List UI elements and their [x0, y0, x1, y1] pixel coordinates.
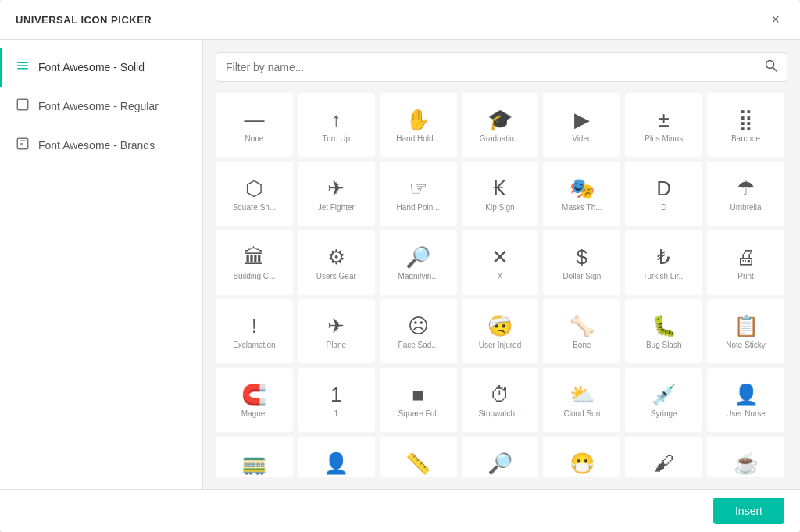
icon-cell[interactable]: ✈Jet Fighter	[298, 162, 375, 226]
icon-cell[interactable]: ▶Video	[543, 93, 620, 157]
icon-cell[interactable]: 11	[298, 368, 375, 432]
sidebar-icon-solid	[15, 59, 30, 76]
icon-label: Magnet	[241, 409, 267, 419]
icon-cell[interactable]: 🚃Train Tram	[216, 437, 293, 477]
universal-icon-picker-dialog: UNIVERSAL ICON PICKER × Font Awesome - S…	[0, 0, 800, 532]
search-button[interactable]	[765, 59, 777, 75]
icon-label: Turkish Lir...	[643, 272, 685, 281]
sidebar-item-solid[interactable]: Font Awesome - Solid	[0, 48, 202, 87]
icon-cell[interactable]: ⣿Barcode	[707, 93, 784, 157]
icon-cell[interactable]: 🤕User Injured	[462, 299, 539, 363]
icon-cell[interactable]: 🔎Magnifyin...	[380, 230, 457, 295]
icon-symbol: ⚙	[327, 247, 345, 267]
icon-symbol: ±	[659, 109, 670, 130]
icon-label: Graduatio...	[480, 134, 520, 144]
dialog-header: UNIVERSAL ICON PICKER ×	[0, 0, 800, 40]
icon-symbol: 🖨	[736, 247, 756, 267]
icon-symbol: ▶	[574, 109, 590, 130]
search-bar	[216, 52, 788, 82]
icon-cell[interactable]: 🖌Brush	[625, 437, 702, 477]
icon-cell[interactable]: 🎭Masks Th...	[543, 162, 620, 226]
icon-cell[interactable]: $Dollar Sign	[543, 230, 620, 295]
icon-cell[interactable]: ⚙Users Gear	[298, 230, 375, 295]
icon-label: Hand Hold...	[396, 134, 440, 144]
close-button[interactable]: ×	[766, 11, 784, 28]
icon-label: User Nurse	[726, 409, 766, 419]
icon-cell[interactable]: ₭Kip Sign	[462, 162, 539, 226]
icon-label: None	[245, 134, 263, 144]
icon-label: Dollar Sign	[562, 272, 601, 281]
icon-cell[interactable]: ₺Turkish Lir...	[625, 230, 702, 295]
icon-label: Turn Up	[322, 134, 350, 144]
icon-cell[interactable]: ±Plus Minus	[625, 93, 702, 157]
icon-label: Face Sad...	[398, 341, 438, 350]
icon-cell[interactable]: ⛅Cloud Sun	[543, 368, 620, 432]
icon-symbol: ✕	[491, 247, 509, 267]
icon-cell[interactable]: 👤User Large	[298, 437, 375, 477]
icon-cell[interactable]: 🦴Bone	[543, 299, 620, 363]
icon-label: Jet Fighter	[318, 203, 355, 212]
icon-cell[interactable]: DD	[625, 162, 702, 226]
icon-symbol: ☕	[734, 453, 759, 473]
icon-label: Stopwatch...	[478, 409, 521, 419]
icon-cell[interactable]: 🖨Print	[707, 230, 784, 295]
icon-symbol: 🏛	[244, 247, 264, 267]
icon-label: Building C...	[233, 272, 275, 281]
icon-cell[interactable]: —None	[216, 93, 293, 157]
icon-grid-wrapper: —None↑Turn Up✋Hand Hold...🎓Graduatio...▶…	[216, 93, 788, 477]
icon-symbol: $	[577, 247, 588, 267]
icon-label: 1	[334, 409, 338, 419]
icon-cell[interactable]: 🏛Building C...	[216, 230, 293, 295]
icon-cell[interactable]: ✕X	[462, 230, 539, 295]
main-content: —None↑Turn Up✋Hand Hold...🎓Graduatio...▶…	[203, 40, 800, 489]
icon-symbol: 😷	[570, 453, 595, 473]
icon-label: Note Sticky	[726, 341, 766, 350]
icon-cell[interactable]: 📋Note Sticky	[707, 299, 784, 363]
icon-cell[interactable]: ✈Plane	[298, 299, 375, 363]
icon-cell[interactable]: ⬡Square Sh...	[216, 162, 293, 226]
icon-cell[interactable]: 👤User Nurse	[707, 368, 784, 432]
icon-cell[interactable]: ✋Hand Hold...	[380, 93, 457, 157]
icon-symbol: ☂	[737, 178, 755, 198]
icon-symbol: 🔎	[488, 453, 512, 473]
icon-symbol: ⬡	[245, 178, 263, 198]
icon-symbol: ☹	[408, 316, 429, 336]
icon-symbol: 🤕	[488, 316, 512, 336]
icon-cell[interactable]: 🐛Bug Slash	[625, 299, 702, 363]
icon-cell[interactable]: ↑Turn Up	[298, 93, 375, 157]
svg-line-3	[773, 68, 777, 72]
icon-cell[interactable]: 🧲Magnet	[216, 368, 293, 432]
icon-cell[interactable]: 🔎Magnifyin...	[462, 437, 539, 477]
icon-symbol: 📋	[734, 316, 759, 336]
icon-cell[interactable]: ☕Mug Saucer	[707, 437, 784, 477]
icon-cell[interactable]: ☂Umbrella	[707, 162, 784, 226]
insert-button[interactable]: Insert	[713, 498, 784, 524]
icon-cell[interactable]: ■Square Full	[380, 368, 457, 432]
sidebar: Font Awesome - SolidFont Awesome - Regul…	[0, 40, 203, 489]
sidebar-icon-brands	[15, 137, 30, 154]
icon-label: Cloud Sun	[564, 409, 601, 419]
sidebar-item-brands[interactable]: Font Awesome - Brands	[0, 126, 202, 165]
icon-symbol: 👤	[734, 384, 759, 405]
icon-cell[interactable]: 😷Mask	[543, 437, 620, 477]
icon-cell[interactable]: ⏱Stopwatch...	[462, 368, 539, 432]
search-input[interactable]	[226, 61, 765, 73]
icon-cell[interactable]: ☹Face Sad...	[380, 299, 457, 363]
sidebar-icon-regular	[15, 98, 30, 115]
icon-symbol: 🧲	[241, 384, 266, 405]
icon-symbol: 📏	[405, 453, 430, 473]
icon-cell[interactable]: 📏Ruler Verti...	[380, 437, 457, 477]
icon-label: Video	[572, 134, 591, 144]
sidebar-label-regular: Font Awesome - Regular	[38, 100, 159, 112]
icon-cell[interactable]: ☞Hand Poin...	[380, 162, 457, 226]
icon-cell[interactable]: 🎓Graduatio...	[462, 93, 539, 157]
icon-symbol: —	[244, 109, 264, 130]
icon-symbol: 🐛	[652, 316, 677, 336]
icon-label: Masks Th...	[562, 203, 602, 212]
icon-label: User Injured	[479, 341, 521, 350]
icon-symbol: 🔎	[405, 247, 430, 267]
icon-cell[interactable]: 💉Syringe	[625, 368, 702, 432]
icon-cell[interactable]: !Exclamation	[216, 299, 293, 363]
sidebar-item-regular[interactable]: Font Awesome - Regular	[0, 87, 202, 126]
icon-label: X	[498, 272, 503, 281]
